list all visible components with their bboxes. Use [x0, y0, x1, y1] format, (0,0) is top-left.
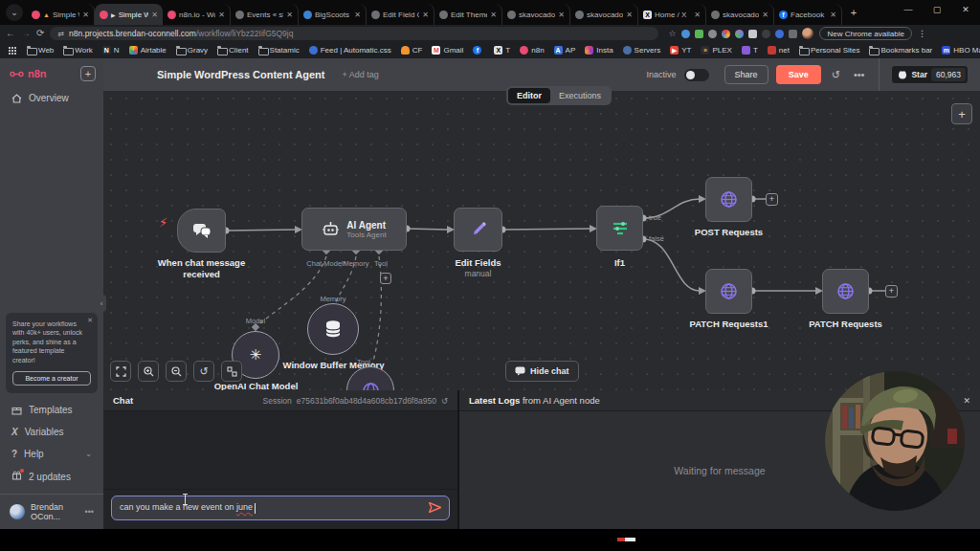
bookmark-item[interactable]: Personal Sites	[799, 46, 860, 55]
extension-icon[interactable]	[708, 30, 717, 38]
more-options-icon[interactable]: •••	[851, 69, 868, 80]
tab-close-icon[interactable]: ✕	[694, 11, 701, 19]
extension-icon[interactable]	[735, 30, 744, 38]
bookmark-item[interactable]: Work	[63, 46, 93, 55]
bookmark-item[interactable]: NN	[102, 46, 120, 55]
node-ai-agent[interactable]: AI Agent Tools Agent	[301, 208, 407, 251]
add-node-panel-button[interactable]: +	[951, 103, 972, 124]
bookmark-item[interactable]: Bookmarks bar	[869, 46, 932, 55]
share-button[interactable]: Share	[724, 65, 768, 84]
reset-zoom-button[interactable]: ↺	[193, 361, 214, 382]
user-menu[interactable]: Brendan OCon... •••	[0, 494, 103, 529]
bookmark-item[interactable]: Airtable	[129, 46, 167, 55]
add-tag-button[interactable]: + Add tag	[342, 70, 378, 79]
tab-close-icon[interactable]: ✕	[354, 11, 361, 19]
sidebar-item-templates[interactable]: Templates	[0, 399, 103, 421]
bookmark-item[interactable]: T	[494, 46, 510, 55]
tab-close-icon[interactable]: ✕	[286, 11, 293, 19]
bookmark-item[interactable]: n8n	[520, 46, 544, 55]
close-icon[interactable]: ✕	[963, 396, 970, 406]
window-close-button[interactable]: ✕	[951, 0, 980, 19]
browser-tab-active[interactable]: ▶Simple W✕	[95, 4, 163, 25]
bookmark-item[interactable]: »PLEX	[701, 46, 731, 55]
bookmark-item[interactable]: T	[742, 46, 758, 55]
workflow-canvas[interactable]: ⚡ When chat message received AI Agent To…	[103, 91, 980, 390]
address-bar[interactable]: ⇄ n8n.projects.brendan-oconnell.com/work…	[50, 27, 658, 40]
sidebar-item-help[interactable]: ? Help ⌄	[0, 443, 103, 465]
forward-icon[interactable]: →	[21, 29, 31, 38]
bookmark-item[interactable]: AAP	[554, 46, 576, 55]
bookmark-item[interactable]: Client	[217, 46, 248, 55]
back-icon[interactable]: ←	[6, 29, 15, 38]
new-tab-button[interactable]: +	[846, 5, 861, 20]
bookmark-item[interactable]: Web	[27, 46, 54, 55]
tab-close-icon[interactable]: ✕	[490, 11, 497, 19]
zoom-to-fit-button[interactable]	[110, 361, 131, 382]
history-icon[interactable]: ↺	[829, 69, 843, 81]
tab-close-icon[interactable]: ✕	[558, 11, 565, 19]
extension-icon[interactable]	[722, 30, 730, 38]
browser-tab[interactable]: ▲Simple W✕	[27, 4, 95, 25]
bookmark-item[interactable]: Statamic	[258, 46, 300, 55]
node-patch-requests[interactable]	[822, 269, 869, 314]
sidebar-item-variables[interactable]: X Variables	[0, 421, 103, 443]
tab-close-icon[interactable]: ✕	[626, 11, 633, 19]
profile-avatar[interactable]	[802, 28, 813, 39]
browser-tab[interactable]: Home / X✕	[638, 4, 706, 25]
refresh-session-icon[interactable]: ↺	[441, 396, 448, 406]
browser-tab[interactable]: Edit Field G✕	[367, 4, 434, 25]
node-if[interactable]	[596, 206, 643, 251]
apps-grid-icon[interactable]	[8, 46, 17, 55]
tab-close-icon[interactable]: ✕	[422, 11, 429, 19]
bookmark-item[interactable]: net	[768, 46, 790, 55]
extension-icon[interactable]	[681, 30, 690, 38]
bookmark-item[interactable]: ▶YT	[670, 46, 691, 55]
tab-search-button[interactable]: ⌄	[6, 4, 23, 21]
chat-input[interactable]: can you make a new event on june	[111, 496, 450, 520]
browser-tab[interactable]: BigScoots W✕	[299, 4, 367, 25]
browser-tab[interactable]: n8n.io - Wor✕	[163, 4, 231, 25]
save-button[interactable]: Save	[776, 65, 821, 84]
chrome-update-button[interactable]: New Chrome available	[819, 27, 911, 40]
bookmark-item[interactable]: MGmail	[432, 46, 463, 55]
github-star-widget[interactable]: Star 60,963	[891, 65, 969, 84]
browser-tab[interactable]: skavocados✕	[570, 4, 638, 25]
extension-icon[interactable]	[762, 30, 770, 38]
window-maximize-button[interactable]: ▢	[923, 0, 951, 19]
bookmark-item[interactable]: Gravy	[176, 46, 208, 55]
extension-icon[interactable]	[775, 30, 784, 38]
add-node-button[interactable]: +	[766, 193, 778, 206]
active-toggle[interactable]	[684, 69, 709, 81]
tab-executions[interactable]: Executions	[550, 88, 610, 103]
bookmark-item[interactable]: CF	[401, 46, 423, 55]
bookmark-star-icon[interactable]: ☆	[668, 29, 676, 38]
window-minimize-button[interactable]: —	[894, 0, 923, 19]
add-node-button[interactable]: +	[885, 285, 898, 298]
add-workflow-button[interactable]: +	[80, 66, 96, 81]
bookmark-item[interactable]	[473, 46, 484, 55]
bookmark-item[interactable]: Feed | Automatic.css	[309, 46, 391, 55]
send-message-button[interactable]	[429, 499, 441, 517]
site-info-icon[interactable]: ⇄	[57, 30, 64, 38]
browser-tab[interactable]: Edit Theme✕	[434, 4, 502, 25]
node-edit-fields[interactable]	[454, 208, 502, 252]
tidy-up-button[interactable]	[221, 361, 242, 382]
extension-icon[interactable]	[695, 30, 703, 38]
bookmark-item[interactable]: Servers	[623, 46, 661, 55]
browser-tab[interactable]: skavocados✕	[502, 4, 570, 25]
sidebar-item-updates[interactable]: 2 updates	[0, 465, 103, 488]
sidebar-collapse-handle[interactable]: ‹	[97, 295, 106, 312]
hide-chat-button[interactable]: Hide chat	[505, 361, 579, 382]
reload-icon[interactable]: ⟳	[36, 29, 44, 38]
extension-icon[interactable]	[748, 30, 757, 38]
zoom-out-button[interactable]	[166, 361, 187, 382]
become-creator-button[interactable]: Become a creator	[12, 371, 91, 386]
tab-close-icon[interactable]: ✕	[218, 11, 225, 19]
tab-close-icon[interactable]: ✕	[762, 11, 768, 19]
zoom-in-button[interactable]	[138, 361, 159, 382]
puzzle-extensions-icon[interactable]	[789, 30, 797, 38]
node-window-buffer-memory[interactable]	[307, 303, 359, 355]
node-patch-requests1[interactable]	[705, 269, 752, 314]
tab-close-icon[interactable]: ✕	[830, 11, 836, 19]
add-tool-button[interactable]: +	[380, 273, 391, 284]
